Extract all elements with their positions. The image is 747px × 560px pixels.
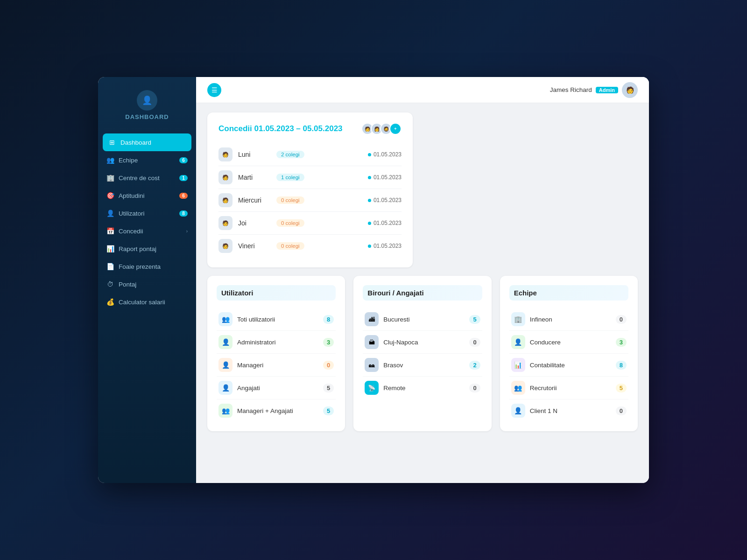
- echipe-label-0: Infineon: [530, 316, 552, 323]
- logo-avatar: 👤: [137, 90, 157, 111]
- pontaj-icon: ⏱: [106, 280, 114, 288]
- sidebar-item-utilizatori[interactable]: 👤 Utilizatori 8: [98, 204, 196, 222]
- day-name: Vineri: [238, 242, 271, 250]
- sidebar-label-foaie-prezenta: Foaie prezenta: [119, 263, 161, 270]
- sidebar-label-calculator-salarii: Calculator salarii: [119, 299, 165, 306]
- utilizatori-item-1[interactable]: 👤 Administratori 3: [217, 331, 336, 354]
- logo-text: DASHBOARD: [125, 113, 169, 120]
- city-thumb-3: 📡: [365, 381, 379, 395]
- stats-row: Utilizatori 👥 Toti utilizatorii 8 👤 Admi…: [207, 276, 638, 431]
- echipe-label-2: Contabilitate: [530, 362, 565, 369]
- concedii-header: Concedii 01.05.2023 – 05.05.2023 🧑 👩 🧔 +: [218, 123, 402, 135]
- sidebar-label-centre-cost: Centre de cost: [119, 175, 160, 182]
- biro-count-3: 0: [469, 384, 480, 392]
- sidebar-item-dashboard[interactable]: ⊞ Dashboard: [103, 133, 191, 151]
- sidebar-label-concedii: Concedii: [119, 228, 143, 235]
- birouri-item-2[interactable]: 🏘 Brasov 2: [363, 354, 482, 377]
- echipe-label-3: Recrutorii: [530, 385, 557, 392]
- dashboard-icon: ⊞: [108, 139, 116, 146]
- sidebar-item-concedii[interactable]: 📅 Concedii ›: [98, 222, 196, 240]
- sidebar-item-pontaj[interactable]: ⏱ Pontaj: [98, 275, 196, 293]
- colegi-badge: 0 colegi: [276, 242, 304, 250]
- echipe-icon: 👥: [106, 156, 114, 164]
- echipe-icon-3: 👥: [511, 381, 525, 395]
- echipe-count-0: 0: [616, 315, 627, 324]
- echipe-label-1: Conducere: [530, 339, 561, 346]
- user-avatar[interactable]: 🧑: [622, 82, 638, 98]
- dashboard-body: Concedii 01.05.2023 – 05.05.2023 🧑 👩 🧔 +…: [196, 103, 649, 441]
- concedii-row-joi: 🧑 Joi 0 colegi 01.05.2023: [218, 212, 402, 235]
- utilizatori-item-2[interactable]: 👤 Manageri 0: [217, 354, 336, 377]
- day-avatar: 🧑: [218, 193, 233, 207]
- util-label-2: Manageri: [237, 362, 263, 369]
- birouri-items: 🏙 Bucuresti 5 🏔 Cluj-Napoca 0 🏘 Brasov 2…: [363, 308, 482, 399]
- concedii-row-marti: 🧑 Marti 1 colegi 01.05.2023: [218, 166, 402, 189]
- badge-utilizatori: 8: [179, 210, 188, 217]
- echipe-item-2[interactable]: 📊 Contabilitate 8: [509, 354, 628, 377]
- echipe-icon-0: 🏢: [511, 312, 525, 326]
- aptitudini-icon: 🎯: [106, 192, 114, 199]
- utilizatori-items: 👥 Toti utilizatorii 8 👤 Administratori 3…: [217, 308, 336, 422]
- echipe-icon-2: 📊: [511, 358, 525, 372]
- birouri-item-3[interactable]: 📡 Remote 0: [363, 377, 482, 399]
- day-avatar: 🧑: [218, 170, 233, 184]
- echipe-count-1: 3: [616, 338, 627, 347]
- echipe-card: Echipe 🏢 Infineon 0 👤 Conducere 3 📊 Cont…: [500, 276, 638, 431]
- sidebar-label-pontaj: Pontaj: [119, 281, 136, 288]
- sidebar-label-aptitudini: Aptitudini: [119, 192, 145, 199]
- util-count-2: 0: [323, 361, 334, 370]
- colegi-badge: 0 colegi: [276, 196, 304, 204]
- sidebar-label-utilizatori: Utilizatori: [119, 210, 145, 217]
- biro-count-1: 0: [469, 338, 480, 347]
- header-role: Admin: [596, 87, 618, 93]
- concedii-row-luni: 🧑 Luni 2 colegi 01.05.2023: [218, 143, 402, 166]
- utilizatori-item-0[interactable]: 👥 Toti utilizatorii 8: [217, 308, 336, 331]
- chevron-concedii: ›: [186, 229, 188, 234]
- header-user: James Richard Admin 🧑: [550, 82, 638, 98]
- echipe-icon-4: 👤: [511, 404, 525, 418]
- birouri-item-1[interactable]: 🏔 Cluj-Napoca 0: [363, 331, 482, 354]
- util-icon-0: 👥: [218, 312, 233, 326]
- date-text: 01.05.2023: [374, 151, 402, 158]
- colegi-badge: 2 colegi: [276, 151, 304, 158]
- menu-button[interactable]: ☰: [207, 83, 221, 97]
- echipe-item-0[interactable]: 🏢 Infineon 0: [509, 308, 628, 331]
- centre-cost-icon: 🏢: [106, 174, 114, 182]
- concedii-row-miercuri: 🧑 Miercuri 0 colegi 01.05.2023: [218, 189, 402, 212]
- util-label-0: Toti utilizatorii: [237, 316, 275, 323]
- sidebar-item-echipe[interactable]: 👥 Echipe 6: [98, 151, 196, 169]
- echipe-count-2: 8: [616, 361, 627, 370]
- date-text: 01.05.2023: [374, 243, 402, 249]
- concedii-date: 01.05.2023: [368, 243, 402, 249]
- day-avatar: 🧑: [218, 147, 233, 161]
- sidebar-item-raport-pontaj[interactable]: 📊 Raport pontaj: [98, 240, 196, 258]
- sidebar-item-aptitudini[interactable]: 🎯 Aptitudini 6: [98, 187, 196, 204]
- sidebar-item-foaie-prezenta[interactable]: 📄 Foaie prezenta: [98, 258, 196, 275]
- sidebar-item-calculator-salarii[interactable]: 💰 Calculator salarii: [98, 293, 196, 311]
- date-dot: [368, 199, 371, 202]
- raport-pontaj-icon: 📊: [106, 245, 114, 252]
- utilizatori-item-4[interactable]: 👥 Manageri + Angajati 5: [217, 399, 336, 422]
- biro-count-0: 5: [469, 315, 480, 324]
- city-thumb-2: 🏘: [365, 358, 379, 372]
- badge-echipe: 6: [179, 157, 188, 163]
- biro-label-0: Bucuresti: [383, 316, 409, 323]
- sidebar-item-centre-cost[interactable]: 🏢 Centre de cost 1: [98, 169, 196, 187]
- util-count-1: 3: [323, 338, 334, 347]
- biro-label-1: Cluj-Napoca: [383, 339, 418, 346]
- biro-count-2: 2: [469, 361, 480, 370]
- colegi-badge: 1 colegi: [276, 174, 304, 181]
- day-avatar: 🧑: [218, 216, 233, 230]
- util-icon-4: 👥: [218, 404, 233, 418]
- echipe-item-1[interactable]: 👤 Conducere 3: [509, 331, 628, 354]
- utilizatori-item-3[interactable]: 👤 Angajati 5: [217, 377, 336, 399]
- echipe-item-3[interactable]: 👥 Recrutorii 5: [509, 377, 628, 399]
- date-dot: [368, 245, 371, 248]
- date-dot: [368, 176, 371, 179]
- header-username: James Richard: [550, 86, 592, 93]
- sidebar-nav: ⊞ Dashboard 👥 Echipe 6 🏢 Centre de cost …: [98, 130, 196, 315]
- day-name: Luni: [238, 151, 271, 158]
- calculator-salarii-icon: 💰: [106, 298, 114, 306]
- echipe-item-4[interactable]: 👤 Client 1 N 0: [509, 399, 628, 422]
- birouri-item-0[interactable]: 🏙 Bucuresti 5: [363, 308, 482, 331]
